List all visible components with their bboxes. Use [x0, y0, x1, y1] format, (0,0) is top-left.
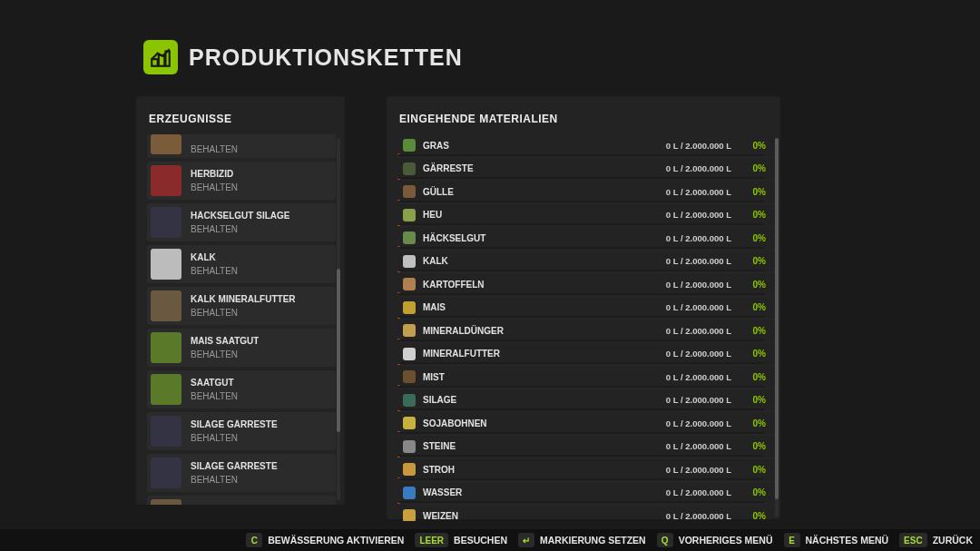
material-row[interactable]: STROH0 L / 2.000.000 L0%	[397, 458, 775, 482]
product-name: KALK	[191, 252, 238, 263]
material-row[interactable]: MAIS0 L / 2.000.000 L0%	[397, 297, 775, 320]
material-progress-dot	[397, 408, 400, 411]
key-badge: E	[784, 533, 800, 547]
products-scrollbar-thumb[interactable]	[337, 269, 340, 432]
product-status: BEHALTEN	[191, 349, 259, 360]
material-row[interactable]: MIST0 L / 2.000.000 L0%	[397, 366, 775, 389]
material-amount: 0 L / 2.000.000 L	[666, 487, 731, 497]
material-amount: 0 L / 2.000.000 L	[666, 163, 731, 173]
material-row[interactable]: GRAS0 L / 2.000.000 L0%	[397, 134, 775, 158]
material-name: MIST	[423, 372, 666, 382]
material-row[interactable]: WASSER0 L / 2.000.000 L0%	[397, 482, 775, 506]
product-item[interactable]: SILAGE GÄRRESTEBEHALTEN	[147, 454, 336, 492]
material-name: SOJABOHNEN	[423, 418, 666, 428]
material-row[interactable]: GÜLLE0 L / 2.000.000 L0%	[397, 181, 775, 204]
material-percent: 0%	[744, 302, 766, 312]
key-hint-label: BESUCHEN	[454, 535, 507, 546]
material-progress-dot	[397, 316, 400, 319]
product-name: SILAGE GÄRRESTE	[191, 461, 278, 472]
product-item[interactable]: MAIS SAATGUTBEHALTEN	[147, 329, 336, 367]
materials-scrollbar-thumb[interactable]	[775, 138, 779, 499]
material-icon	[403, 231, 416, 244]
material-icon	[403, 394, 416, 407]
material-progress-dot	[397, 292, 400, 295]
material-row[interactable]: STEINE0 L / 2.000.000 L0%	[397, 436, 775, 459]
key-badge: LEER	[415, 533, 448, 547]
material-name: KARTOFFELN	[423, 280, 666, 290]
page-title: PRODUKTIONSKETTEN	[189, 44, 463, 71]
material-percent: 0%	[744, 280, 766, 290]
product-item[interactable]: KALK MINERALFUTTERBEHALTEN	[147, 287, 336, 325]
materials-list[interactable]: GRAS0 L / 2.000.000 L0%GÄRRESTE0 L / 2.0…	[387, 134, 780, 521]
material-name: WEIZEN	[423, 511, 666, 521]
material-progress-dot	[397, 455, 400, 458]
material-row[interactable]: MINERALDÜNGER0 L / 2.000.000 L0%	[397, 320, 775, 343]
material-amount: 0 L / 2.000.000 L	[666, 302, 731, 312]
material-percent: 0%	[744, 418, 766, 428]
product-icon	[151, 165, 181, 196]
material-icon	[403, 185, 416, 198]
product-status: BEHALTEN	[191, 266, 238, 277]
material-row[interactable]: GÄRRESTE0 L / 2.000.000 L0%	[397, 158, 775, 182]
material-icon	[403, 255, 416, 268]
material-name: GÄRRESTE	[423, 163, 666, 173]
key-hint[interactable]: ↵MARKIERUNG SETZEN	[518, 533, 646, 547]
material-amount: 0 L / 2.000.000 L	[666, 465, 731, 475]
product-item[interactable]: TOTALMISCHRATION 1	[147, 496, 336, 505]
material-row[interactable]: SOJABOHNEN0 L / 2.000.000 L0%	[397, 412, 775, 436]
product-item[interactable]: HÄCKSELGUT SILAGEBEHALTEN	[147, 203, 336, 241]
material-row[interactable]: WEIZEN0 L / 2.000.000 L0%	[397, 505, 775, 521]
material-name: GRAS	[423, 141, 666, 151]
material-name: MAIS	[423, 302, 666, 312]
material-name: KALK	[423, 256, 666, 266]
product-item[interactable]: GÄRRESTE MINERALDÜNGERBEHALTEN	[147, 134, 336, 158]
key-hint[interactable]: QVORHERIGES MENÜ	[657, 533, 773, 547]
material-name: STROH	[423, 465, 666, 475]
material-row[interactable]: HEU0 L / 2.000.000 L0%	[397, 204, 775, 228]
material-name: STEINE	[423, 441, 666, 451]
material-icon	[403, 509, 416, 521]
material-progress-dot	[397, 270, 400, 272]
key-hint[interactable]: LEERBESUCHEN	[415, 533, 507, 547]
material-percent: 0%	[744, 372, 766, 382]
material-row[interactable]: HÄCKSELGUT0 L / 2.000.000 L0%	[397, 227, 775, 251]
product-icon	[151, 290, 181, 321]
material-percent: 0%	[744, 163, 766, 173]
material-percent: 0%	[744, 487, 766, 497]
material-percent: 0%	[744, 326, 766, 336]
material-icon	[403, 162, 416, 175]
material-row[interactable]: SILAGE0 L / 2.000.000 L0%	[397, 389, 775, 413]
material-row[interactable]: KALK0 L / 2.000.000 L0%	[397, 251, 775, 274]
material-row[interactable]: MINERALFUTTER0 L / 2.000.000 L0%	[397, 343, 775, 367]
material-progress-dot	[397, 385, 400, 388]
key-hint[interactable]: ENÄCHSTES MENÜ	[784, 533, 889, 547]
material-name: MINERALDÜNGER	[423, 326, 666, 336]
product-icon	[151, 499, 181, 505]
product-name: MAIS SAATGUT	[191, 336, 259, 347]
product-icon	[151, 249, 181, 280]
svg-rect-1	[159, 55, 165, 66]
material-name: HEU	[423, 210, 666, 220]
material-progress-dot	[397, 362, 400, 365]
product-item[interactable]: SILAGE GÄRRESTEBEHALTEN	[147, 412, 336, 450]
products-title: ERZEUGNISSE	[136, 96, 345, 134]
material-percent: 0%	[744, 233, 766, 243]
material-amount: 0 L / 2.000.000 L	[666, 210, 731, 220]
production-chain-icon	[143, 40, 178, 74]
material-icon	[403, 209, 416, 221]
key-hint[interactable]: CBEWÄSSERUNG AKTIVIEREN	[246, 533, 404, 547]
products-list[interactable]: GÄRRESTE MINERALDÜNGERBEHALTENHERBIZIDBE…	[136, 134, 345, 505]
material-percent: 0%	[744, 256, 766, 266]
key-hint[interactable]: ESCZURÜCK	[899, 533, 973, 547]
material-row[interactable]: KARTOFFELN0 L / 2.000.000 L0%	[397, 273, 775, 297]
product-item[interactable]: KALKBEHALTEN	[147, 245, 336, 283]
product-item[interactable]: HERBIZIDBEHALTEN	[147, 162, 336, 200]
product-icon	[151, 416, 181, 447]
material-amount: 0 L / 2.000.000 L	[666, 441, 731, 451]
product-status: BEHALTEN	[191, 144, 238, 155]
material-name: WASSER	[423, 487, 666, 497]
product-item[interactable]: SAATGUTBEHALTEN	[147, 370, 336, 408]
material-amount: 0 L / 2.000.000 L	[666, 256, 731, 266]
material-icon	[403, 370, 416, 383]
material-progress-dot	[397, 246, 400, 249]
